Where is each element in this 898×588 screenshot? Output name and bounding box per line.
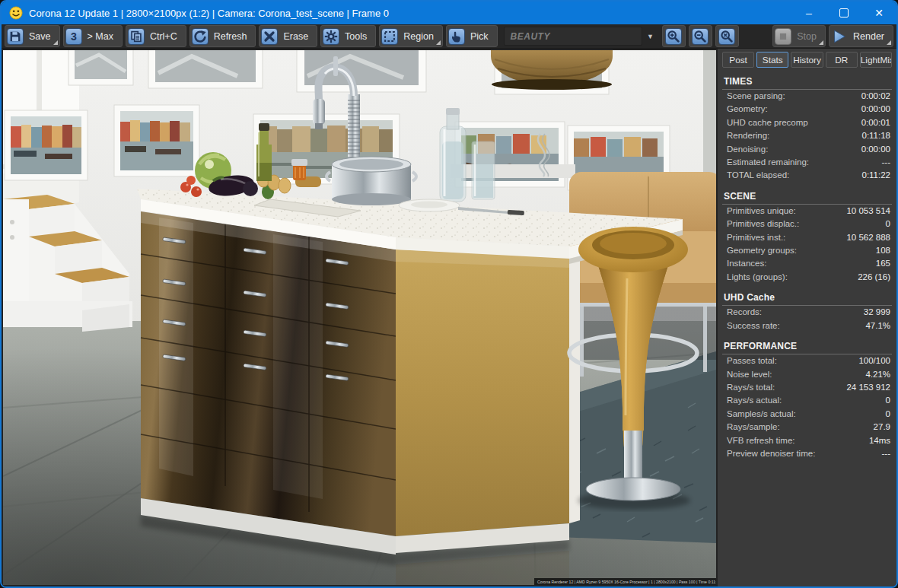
zoom-reset-button[interactable] xyxy=(715,25,739,47)
stat-value: 0:00:02 xyxy=(861,90,890,103)
render-viewport[interactable]: Corona Renderer 12 | AMD Ryzen 9 5950X 1… xyxy=(2,49,718,586)
tab-history[interactable]: History xyxy=(791,52,823,68)
drinking-glass xyxy=(472,141,495,199)
zoom-out-button[interactable] xyxy=(689,25,712,47)
stat-value: 0:11:22 xyxy=(861,169,890,182)
section-header: SCENE xyxy=(722,189,892,205)
hand-pick-icon xyxy=(448,28,465,45)
region-button[interactable]: Region xyxy=(379,25,443,47)
stats-tabs: PostStatsHistoryDRLightMix xyxy=(722,52,892,68)
render-button[interactable]: Render xyxy=(829,25,893,47)
save-label: Save xyxy=(29,31,51,42)
refresh-label: Refresh xyxy=(214,31,247,42)
stats-panel: PostStatsHistoryDRLightMix TIMESScene pa… xyxy=(718,49,896,586)
stat-row: Rays/s total:24 153 912 xyxy=(722,381,892,394)
number-3-icon: 3 xyxy=(65,28,82,45)
stat-value: 47.1% xyxy=(865,319,890,332)
svg-text:3: 3 xyxy=(71,30,77,43)
stat-value: 0:00:00 xyxy=(861,103,890,116)
stat-row: Noise level:4.21% xyxy=(722,368,892,381)
maximize-button[interactable] xyxy=(826,2,861,24)
stat-value: 226 (16) xyxy=(858,271,890,284)
copy-button[interactable]: Ctrl+C xyxy=(126,25,186,47)
zoom-in-icon xyxy=(665,28,682,45)
stat-row: Samples/s actual:0 xyxy=(722,408,892,421)
stat-value: 108 xyxy=(876,244,890,257)
stat-value: 27.9 xyxy=(874,421,890,434)
title-bar[interactable]: Corona 12 Update 1 | 2800×2100px (1:2) |… xyxy=(2,2,896,24)
copy-label: Ctrl+C xyxy=(150,31,177,42)
stat-label: VFB refresh time: xyxy=(727,434,795,447)
stat-label: Samples/s actual: xyxy=(727,408,796,421)
erase-label: Erase xyxy=(283,31,308,42)
stat-value: 0:00:01 xyxy=(861,116,890,129)
stat-row: TOTAL elapsed:0:11:22 xyxy=(722,169,892,182)
spice-jar xyxy=(291,159,307,180)
tab-stats[interactable]: Stats xyxy=(756,52,788,68)
tab-post[interactable]: Post xyxy=(722,52,754,68)
stat-row: UHD cache precomp0:00:01 xyxy=(722,116,892,129)
corona-vfb-window: Corona 12 Update 1 | 2800×2100px (1:2) |… xyxy=(0,0,898,588)
app-smiley-icon xyxy=(9,6,23,20)
stat-label: Scene parsing: xyxy=(727,90,785,103)
minimize-button[interactable]: – xyxy=(791,2,826,24)
stat-value: 14ms xyxy=(869,434,890,447)
stat-row: Rays/s actual:0 xyxy=(722,394,892,407)
tab-lightmix[interactable]: LightMix xyxy=(860,52,892,68)
erase-button[interactable]: Erase xyxy=(259,25,317,47)
stat-row: Geometry:0:00:00 xyxy=(722,103,892,116)
x-icon xyxy=(261,28,278,45)
stat-row: Success rate:47.1% xyxy=(722,319,892,332)
zoom-reset-icon xyxy=(718,28,735,45)
pick-label: Pick xyxy=(470,31,489,42)
max-button[interactable]: 3 > Max xyxy=(63,25,123,47)
close-button[interactable]: ✕ xyxy=(861,2,896,24)
section-header: UHD Cache xyxy=(722,291,892,306)
stat-row: Geometry groups:108 xyxy=(722,244,892,257)
stat-value: --- xyxy=(882,447,891,460)
section-header: PERFORMANCE xyxy=(722,339,892,354)
stop-label: Stop xyxy=(797,31,817,42)
stat-label: Rendering: xyxy=(727,129,769,142)
stop-button[interactable]: Stop xyxy=(772,25,826,47)
stat-value: --- xyxy=(882,156,891,169)
stat-value: 0:11:18 xyxy=(861,129,890,142)
floppy-icon xyxy=(7,28,24,45)
stat-label: Success rate: xyxy=(727,319,780,332)
stat-value: 100/100 xyxy=(858,354,890,367)
stat-row: Instances:165 xyxy=(722,257,892,270)
stat-row: Rays/sample:27.9 xyxy=(722,421,892,434)
refresh-icon xyxy=(192,28,209,45)
refresh-button[interactable]: Refresh xyxy=(189,25,256,47)
stat-row: Primitives displac.:0 xyxy=(722,218,892,230)
render-label: Render xyxy=(853,31,884,42)
chevron-down-icon[interactable]: ▼ xyxy=(642,27,659,46)
stat-label: Rays/s actual: xyxy=(727,394,782,407)
stat-row: Scene parsing:0:00:02 xyxy=(722,90,892,103)
channel-field[interactable]: BEAUTY xyxy=(504,27,642,46)
stat-value: 4.21% xyxy=(865,368,890,381)
stat-row: Estimated remaining:--- xyxy=(722,156,892,169)
stat-label: Primitives unique: xyxy=(727,205,796,218)
stat-row: Denoising:0:00:00 xyxy=(722,143,892,156)
stat-label: TOTAL elapsed: xyxy=(727,169,789,182)
tab-dr[interactable]: DR xyxy=(826,52,858,68)
gear-icon xyxy=(323,28,339,45)
main-content: Corona Renderer 12 | AMD Ryzen 9 5950X 1… xyxy=(2,49,896,586)
stat-label: Geometry groups: xyxy=(727,244,797,257)
pick-button[interactable]: Pick xyxy=(446,25,498,47)
steel-pot xyxy=(326,157,416,205)
stat-value: 24 153 912 xyxy=(846,381,890,394)
stat-label: Instances: xyxy=(727,257,766,270)
save-button[interactable]: Save xyxy=(5,25,60,47)
tools-button[interactable]: Tools xyxy=(320,25,376,47)
render-watermark: Corona Renderer 12 | AMD Ryzen 9 5950X 1… xyxy=(534,578,716,585)
stat-value: 10 562 888 xyxy=(846,231,890,244)
stat-row: Preview denoiser time:--- xyxy=(722,447,892,460)
stat-label: Rays/s total: xyxy=(727,381,775,394)
zoom-in-button[interactable] xyxy=(662,25,686,47)
stat-label: UHD cache precomp xyxy=(727,116,808,129)
channel-select[interactable]: BEAUTY ▼ xyxy=(504,27,659,46)
sideboard xyxy=(451,164,575,178)
region-icon xyxy=(381,28,398,45)
